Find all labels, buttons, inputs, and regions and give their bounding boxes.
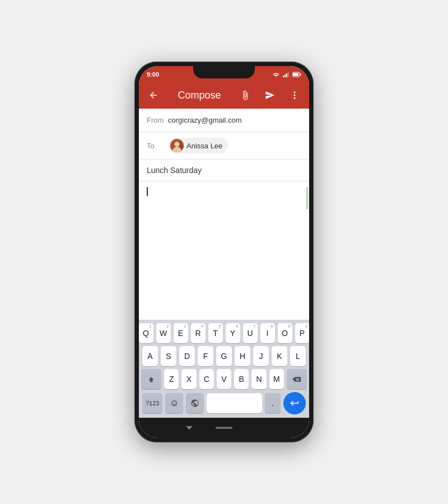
battery-icon [292,72,301,77]
email-form: From corgicrazy@gmail.com To Anissa Lee … [139,109,309,418]
enter-button[interactable] [283,392,306,414]
from-label: From [147,116,164,124]
to-label: To [147,142,164,150]
from-row: From corgicrazy@gmail.com [139,109,309,132]
period-label: . [272,399,274,408]
app-bar: Compose [139,82,309,109]
nav-back-button[interactable] [185,423,193,432]
avatar [170,139,184,152]
signal-icon [282,72,290,77]
key-row-1: Q1 W2 E3 R4 T5 Y6 U7 I8 O9 P0 [141,323,307,343]
backspace-icon [292,376,301,382]
shift-icon [147,375,155,383]
key-V[interactable]: V [217,369,231,389]
svg-point-7 [294,91,296,93]
nav-down-icon [185,425,193,431]
period-button[interactable]: . [265,393,281,413]
key-M[interactable]: M [269,369,284,389]
compose-title: Compose [168,90,231,101]
paperclip-icon [240,90,250,100]
wifi-icon [272,72,280,77]
svg-rect-2 [286,73,287,77]
subject-row[interactable]: Lunch Saturday [139,160,309,181]
recipient-chip[interactable]: Anissa Lee [168,138,228,153]
keyboard: Q1 W2 E3 R4 T5 Y6 U7 I8 O9 P0 A S D F [139,320,309,418]
key-Y[interactable]: Y6 [226,323,240,343]
phone-screen: 9:00 [139,66,309,438]
key-I[interactable]: I8 [260,323,275,343]
emoji-button[interactable]: ☺ [165,393,183,413]
recipient-name: Anissa Lee [186,142,222,150]
key-P[interactable]: P0 [295,323,310,343]
key-R[interactable]: R4 [191,323,206,343]
send-button[interactable] [260,85,280,105]
key-J[interactable]: J [253,346,269,366]
more-button[interactable] [284,85,305,105]
to-row[interactable]: To Anissa Lee [139,132,309,160]
svg-point-9 [294,97,296,99]
more-vertical-icon [290,90,300,100]
key-X[interactable]: X [181,369,196,389]
key-C[interactable]: C [199,369,214,389]
key-Q[interactable]: Q1 [139,323,153,343]
shift-button[interactable] [141,369,161,389]
globe-button[interactable] [186,393,204,413]
key-N[interactable]: N [251,369,266,389]
key-U[interactable]: U7 [243,323,258,343]
bottom-row: ?123 ☺ . [141,392,307,416]
svg-rect-6 [293,73,298,76]
nav-bar [139,418,309,438]
scroll-indicator [306,187,308,209]
svg-rect-3 [288,72,289,77]
phone-device: 9:00 [134,62,314,442]
phone-notch [193,66,255,78]
svg-rect-1 [284,74,286,77]
status-time: 9:00 [147,71,159,78]
body-area[interactable] [139,181,309,320]
key-K[interactable]: K [272,346,287,366]
key-S[interactable]: S [161,346,176,366]
key-H[interactable]: H [235,346,250,366]
enter-icon [290,398,300,408]
attach-button[interactable] [235,85,255,105]
globe-icon [190,399,199,408]
key-O[interactable]: O9 [278,323,292,343]
status-icons [272,72,301,77]
key-row-3: Z X C V B N M [141,369,307,389]
text-cursor [147,187,148,196]
key-Z[interactable]: Z [164,369,179,389]
from-address: corgicrazy@gmail.com [168,116,242,124]
key-row-2: A S D F G H J K L [141,346,307,366]
back-button[interactable] [143,85,164,105]
backspace-button[interactable] [287,369,307,389]
key-A[interactable]: A [142,346,158,366]
send-icon [265,90,275,100]
emoji-icon: ☺ [170,398,179,408]
svg-rect-5 [300,73,301,76]
num-switch-button[interactable]: ?123 [142,393,162,413]
key-D[interactable]: D [179,346,195,366]
key-E[interactable]: E3 [174,323,188,343]
key-T[interactable]: T5 [208,323,223,343]
key-L[interactable]: L [290,346,306,366]
svg-point-8 [294,95,296,96]
svg-rect-0 [283,76,284,77]
space-button[interactable] [207,393,262,413]
key-F[interactable]: F [198,346,213,366]
nav-home-indicator[interactable] [216,427,232,429]
key-G[interactable]: G [216,346,232,366]
subject-text: Lunch Saturday [147,166,202,175]
key-B[interactable]: B [234,369,249,389]
key-W[interactable]: W2 [156,323,171,343]
